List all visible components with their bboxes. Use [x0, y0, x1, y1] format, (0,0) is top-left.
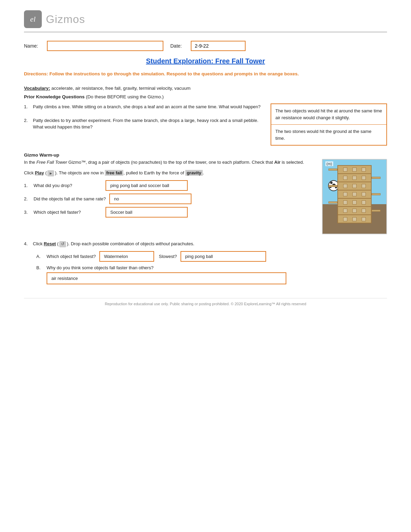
q4-section: 4. Click Reset (). Drop each possible co…: [24, 240, 387, 284]
small-q3-row: 3. Which object fell faster? Soccer ball: [24, 207, 316, 218]
sub-q-b-col: Why do you think some objects fall faste…: [47, 265, 286, 284]
sub-q-a-fastest-answer[interactable]: Watermelon: [99, 251, 154, 262]
tower-image: (m): [322, 159, 387, 234]
slowest-label: Slowest?: [159, 254, 177, 259]
vocab-label: Vocabulary:: [24, 86, 50, 91]
answers-right-col: The two objects would hit the at around …: [271, 103, 387, 146]
prior-q2-text: Patty decides to try another experiment.…: [33, 117, 264, 131]
q4-num: 4.: [24, 240, 30, 248]
small-q1-row: 1. What did you drop? ping pong ball and…: [24, 180, 316, 191]
prior-q1-text: Patty climbs a tree. While sitting on a …: [33, 103, 261, 110]
sub-questions: A. Which object fell fastest? Watermelon…: [36, 251, 387, 284]
prior-q1-num: 1.: [24, 103, 30, 110]
prior-answer-2[interactable]: The two stones would hit the ground at t…: [271, 125, 386, 145]
prior-q2-num: 2.: [24, 117, 30, 131]
prior-q2: 2. Patty decides to try another experime…: [24, 117, 264, 131]
questions-left-col: 1. Patty climbs a tree. While sitting on…: [24, 103, 264, 146]
sub-q-a-text: Which object fell fastest?: [47, 254, 96, 259]
footer: Reproduction for educational use only. P…: [24, 298, 387, 306]
warmup-body: In the Free Fall Tower Gizmo™, drag a pa…: [24, 159, 387, 234]
footer-text: Reproduction for educational use only. P…: [105, 302, 306, 306]
q4-text: Click Reset (). Drop each possible combi…: [33, 240, 194, 248]
small-q3-num: 3.: [24, 210, 30, 215]
warmup-heading: Gizmo Warm-up: [24, 152, 387, 158]
small-q2-row: 2. Did the objects fall at the same rate…: [24, 194, 316, 204]
sub-q-b-row: B. Why do you think some objects fall fa…: [36, 265, 387, 284]
logo-box: el: [24, 10, 42, 28]
prior-knowledge-section: Prior Knowledge Questions (Do these BEFO…: [24, 94, 387, 146]
small-q1-text: What did you drop?: [34, 183, 102, 188]
app-title: Gizmos: [46, 13, 85, 26]
name-label: Name:: [24, 43, 38, 49]
sub-q-a-letter: A.: [36, 254, 43, 259]
sub-q-b-answer[interactable]: air resistance: [47, 272, 286, 284]
name-date-row: Name: Date:: [24, 41, 387, 51]
sub-q-b-letter: B.: [36, 265, 43, 270]
header: el Gizmos: [24, 10, 387, 33]
prior-q1: 1. Patty climbs a tree. While sitting on…: [24, 103, 264, 110]
warmup-text2: Click Play (). The objects are now in fr…: [24, 170, 316, 177]
tower-structure: [337, 165, 372, 223]
name-input[interactable]: [47, 41, 163, 51]
prior-answer-1[interactable]: The two objects would hit the at around …: [271, 104, 386, 125]
small-q2-num: 2.: [24, 196, 30, 201]
gravity-highlight: gravity: [185, 170, 203, 176]
warmup-section: Gizmo Warm-up In the Free Fall Tower Giz…: [24, 152, 387, 234]
warmup-text-col: In the Free Fall Tower Gizmo™, drag a pa…: [24, 159, 316, 223]
small-q3-answer[interactable]: Soccer ball: [105, 207, 188, 218]
vocab-text: accelerate, air resistance, free fall, g…: [50, 86, 190, 91]
reset-icon: [59, 241, 66, 247]
sub-q-a-row: A. Which object fell fastest? Watermelon…: [36, 251, 387, 262]
sub-q-a-slowest-answer[interactable]: ping pong ball: [180, 251, 266, 262]
play-icon: [47, 170, 54, 176]
logo-text: el: [30, 15, 36, 24]
page-title: Student Exploration: Free Fall Tower: [24, 57, 387, 65]
vocabulary-section: Vocabulary: accelerate, air resistance, …: [24, 86, 387, 91]
date-input[interactable]: [191, 41, 246, 51]
q4-row: 4. Click Reset (). Drop each possible co…: [24, 240, 387, 248]
small-q2-answer[interactable]: no: [109, 194, 191, 204]
meter-label: (m): [325, 161, 333, 166]
small-q1-num: 1.: [24, 183, 30, 188]
ground: [323, 223, 386, 234]
warmup-text1: In the Free Fall Tower Gizmo™, drag a pa…: [24, 159, 316, 166]
free-fall-highlight: free fall: [105, 170, 123, 176]
prior-answers-group: The two objects would hit the at around …: [271, 103, 387, 146]
prior-knowledge-heading: Prior Knowledge Questions (Do these BEFO…: [24, 94, 387, 99]
prior-knowledge-questions-row: 1. Patty climbs a tree. While sitting on…: [24, 103, 387, 146]
small-q2-text: Did the objects fall at the same rate?: [34, 196, 106, 201]
date-label: Date:: [170, 43, 182, 49]
small-q1-answer[interactable]: ping pong ball and soccer ball: [105, 180, 188, 191]
small-questions-section: 1. What did you drop? ping pong ball and…: [24, 180, 316, 218]
sub-q-b-text: Why do you think some objects fall faste…: [47, 265, 286, 270]
directions-text: Directions: Follow the instructions to g…: [24, 71, 387, 77]
small-q3-text: Which object fell faster?: [34, 210, 102, 215]
